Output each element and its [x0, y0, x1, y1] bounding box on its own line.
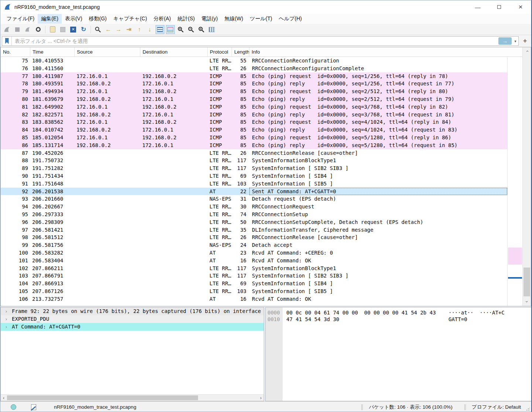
packet-minimap[interactable] — [507, 57, 522, 306]
packet-row[interactable]: 79181.494934172.16.0.1192.168.0.2 ICMP85… — [1, 88, 507, 95]
packet-row[interactable]: 97206.581421 LTE RR…35DLInformationTrans… — [1, 226, 507, 234]
scroll-left-arrow-icon[interactable]: ‹ — [1, 395, 7, 401]
filter-dropdown-caret[interactable]: ▾ — [512, 39, 518, 43]
resize-columns-icon[interactable] — [207, 25, 216, 34]
save-file-icon[interactable] — [58, 25, 67, 34]
go-forward-icon[interactable]: → — [114, 25, 123, 34]
packet-row[interactable]: 75180.410553 LTE RR…55RRCConnectionRecon… — [1, 57, 507, 65]
column-header-source[interactable]: Source — [75, 47, 140, 57]
detail-tree-line[interactable]: ›Frame 92: 22 bytes on wire (176 bits), … — [1, 307, 264, 315]
reload-file-icon[interactable]: ↻ — [79, 25, 88, 34]
go-first-packet-icon[interactable]: ↑ — [135, 25, 144, 34]
find-packet-icon[interactable] — [93, 25, 102, 34]
packet-row[interactable]: 100206.583282 AT23Rcvd AT Command: +CERE… — [1, 249, 507, 257]
packet-row[interactable]: 86185.131714192.168.0.2172.16.0.1 ICMP85… — [1, 142, 507, 149]
packet-row[interactable]: 88191.750732 LTE RR…117SystemInformation… — [1, 157, 507, 164]
column-header-protocol[interactable]: Protocol — [208, 47, 232, 57]
packet-row[interactable]: 91191.751648 LTE RR…103SystemInformation… — [1, 180, 507, 188]
packet-row[interactable]: 76180.411560 LTE RR…26RRCConnectionRecon… — [1, 65, 507, 72]
go-to-packet-icon[interactable]: ⇥ — [125, 25, 133, 34]
hex-row[interactable]: 001047 41 54 54 3d 30GATT=0 — [266, 316, 531, 323]
packet-row[interactable]: 98206.581512 LTE RR…26RRCConnectionRelea… — [1, 234, 507, 241]
close-file-icon[interactable]: ✕ — [69, 25, 78, 34]
menu-item[interactable]: 統計(S) — [174, 14, 198, 24]
go-back-icon[interactable]: ← — [104, 25, 113, 34]
packet-row[interactable]: 87190.452026 LTE RR…26RRCConnectionRelea… — [1, 149, 507, 157]
vscrollbar-thumb[interactable] — [524, 268, 530, 296]
detail-tree-line[interactable]: ›AT Command: AT+CGATT=0 — [1, 323, 264, 331]
menu-item[interactable]: 電話(y) — [198, 14, 221, 24]
packet-bytes-pane[interactable]: 000000 0c 00 04 61 74 00 00 00 00 00 00 … — [265, 307, 532, 401]
stop-capture-icon[interactable] — [13, 25, 22, 34]
zoom-in-icon[interactable] — [176, 25, 185, 34]
restart-capture-icon[interactable] — [23, 25, 32, 34]
open-file-icon[interactable] — [48, 25, 57, 34]
menu-item[interactable]: ツール(T) — [246, 14, 276, 24]
menu-item[interactable]: 表示(V) — [62, 14, 86, 24]
packet-row[interactable]: 82182.822571192.168.0.2172.16.0.1 ICMP85… — [1, 111, 507, 119]
menu-item[interactable]: 編集(E) — [38, 14, 62, 24]
scroll-up-arrow-icon[interactable]: › — [523, 47, 531, 55]
column-header-length[interactable]: Length — [232, 47, 249, 57]
menu-item[interactable]: 無線(W) — [221, 14, 247, 24]
packet-row[interactable]: 105207.867126 LTE RR…103SystemInformatio… — [1, 287, 507, 295]
column-header-time[interactable]: Time — [30, 47, 75, 57]
packet-list-vscrollbar[interactable]: › › — [522, 47, 531, 306]
go-last-packet-icon[interactable]: ↓ — [145, 25, 154, 34]
expander-chevron-icon[interactable]: › — [1, 323, 12, 331]
packet-row[interactable]: 78180.493591192.168.0.2172.16.0.1 ICMP85… — [1, 80, 507, 88]
packet-row[interactable]: 96206.298309 LTE RR…50RRCConnectionSetup… — [1, 218, 507, 226]
auto-scroll-icon[interactable] — [156, 25, 164, 34]
packet-row[interactable]: 92206.201538 AT22Sent AT Command: AT+CGA… — [1, 188, 507, 195]
packet-row[interactable]: 99206.581756 NAS-EPS24Detach accept — [1, 241, 507, 249]
packet-row[interactable]: 80181.639679192.168.0.2172.16.0.1 ICMP85… — [1, 95, 507, 103]
display-filter-input[interactable] — [12, 38, 498, 44]
column-header-destination[interactable]: Destination — [140, 47, 208, 57]
colorize-icon[interactable] — [166, 25, 175, 34]
profile-text[interactable]: プロファイル: Default — [472, 404, 521, 411]
minimize-button[interactable]: — — [467, 0, 488, 14]
expert-info-icon[interactable] — [11, 404, 16, 410]
column-header-info[interactable]: Info — [249, 47, 522, 57]
apply-filter-button[interactable]: → — [498, 37, 512, 45]
packet-row[interactable]: 93206.201660 NAS-EPS31Detach request (EP… — [1, 195, 507, 203]
menu-item[interactable]: 分析(A) — [150, 14, 174, 24]
menu-item[interactable]: ファイル(F) — [3, 14, 38, 24]
hex-row[interactable]: 000000 0c 00 04 61 74 00 00 00 00 00 00 … — [266, 309, 531, 316]
packet-row[interactable]: 102207.866211 LTE RR…117SystemInformatio… — [1, 265, 507, 272]
packet-row[interactable]: 104207.866913 LTE RR…69SystemInformation… — [1, 280, 507, 287]
start-capture-icon[interactable] — [3, 25, 11, 34]
filter-bookmark-button[interactable] — [2, 37, 12, 45]
resize-grip[interactable] — [526, 407, 530, 411]
capture-comment-icon[interactable] — [31, 404, 36, 410]
packet-row[interactable]: 103207.866791 LTE RR…117SystemInformatio… — [1, 272, 507, 280]
scroll-down-arrow-icon[interactable]: › — [523, 298, 531, 305]
packet-row[interactable]: 106213.732757 AT16Rcvd AT Command: OK — [1, 295, 507, 303]
packet-row[interactable]: 84184.010742192.168.0.2172.16.0.1 ICMP85… — [1, 126, 507, 134]
packet-row[interactable]: 77180.411987172.16.0.1192.168.0.2 ICMP85… — [1, 72, 507, 80]
hscrollbar-thumb[interactable] — [7, 395, 198, 400]
packet-row[interactable]: 85185.012054172.16.0.1192.168.0.2 ICMP85… — [1, 134, 507, 142]
add-filter-button[interactable]: + — [520, 36, 530, 46]
packet-row[interactable]: 81182.649902172.16.0.1192.168.0.2 ICMP85… — [1, 103, 507, 111]
expander-chevron-icon[interactable]: › — [1, 315, 12, 323]
packet-row[interactable]: 90191.751434 LTE RR…69SystemInformation … — [1, 172, 507, 180]
detail-tree-line[interactable]: ›EXPORTED_PDU — [1, 315, 264, 323]
menu-item[interactable]: 移動(G) — [86, 14, 110, 24]
packet-row[interactable]: 94206.202667 LTE RR…30RRCConnectionReque… — [1, 203, 507, 211]
packet-row[interactable]: 89191.751282 LTE RR…117SystemInformation… — [1, 164, 507, 172]
details-hscrollbar[interactable]: ‹ › — [1, 394, 264, 401]
packet-row[interactable]: 95206.297333 LTE RR…74RRCConnectionSetup — [1, 211, 507, 218]
menu-item[interactable]: ヘルプ(H) — [276, 14, 305, 24]
scroll-right-arrow-icon[interactable]: › — [258, 395, 264, 401]
zoom-out-icon[interactable] — [187, 25, 195, 34]
packet-row[interactable]: 83183.838562172.16.0.1192.168.0.2 ICMP85… — [1, 118, 507, 126]
expander-chevron-icon[interactable]: › — [1, 307, 12, 315]
maximize-button[interactable] — [488, 0, 510, 14]
capture-options-icon[interactable] — [34, 25, 42, 34]
menu-item[interactable]: キャプチャ(C) — [110, 14, 150, 24]
column-header-no[interactable]: No. — [1, 47, 30, 57]
close-button[interactable]: × — [510, 0, 531, 14]
zoom-reset-icon[interactable] — [197, 25, 206, 34]
packet-row[interactable]: 101206.583404 AT16Rcvd AT Command: OK — [1, 257, 507, 265]
